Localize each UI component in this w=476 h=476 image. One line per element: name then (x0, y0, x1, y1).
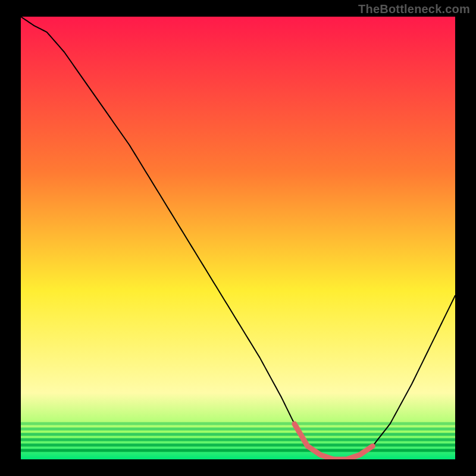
chart-frame: TheBottleneck.com (0, 0, 476, 476)
watermark-text: TheBottleneck.com (358, 2, 470, 16)
chart-svg (0, 0, 476, 476)
